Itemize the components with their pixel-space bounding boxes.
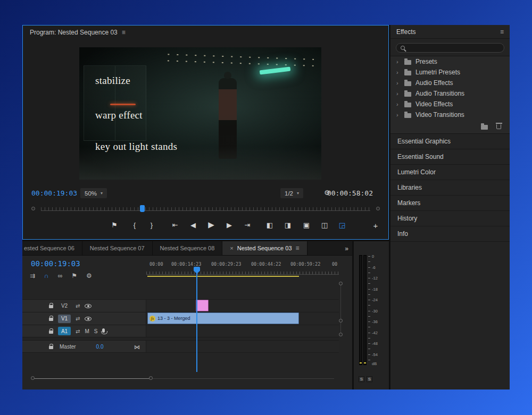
tree-item-presets[interactable]: › Presets — [390, 56, 510, 67]
zoom-level-select[interactable]: 50% ▾ — [80, 188, 107, 198]
chevron-right-icon[interactable]: › — [396, 101, 400, 107]
sync-lock-icon[interactable]: ⇄ — [76, 303, 80, 309]
tab-nested-sequence-07[interactable]: Nested Sequence 07 — [82, 241, 153, 255]
mark-out-button[interactable]: } — [145, 221, 158, 229]
panel-menu-icon[interactable]: ≡ — [296, 244, 300, 252]
panel-menu-icon[interactable]: ≡ — [122, 29, 126, 36]
comparison-view-button[interactable]: ◫ — [318, 221, 331, 229]
track-target-v2[interactable]: V2 — [58, 302, 71, 310]
add-marker-button[interactable]: ⚑ — [108, 221, 121, 229]
step-back-button[interactable]: ◀ — [187, 221, 200, 229]
tree-item-video-effects[interactable]: › Video Effects — [390, 99, 510, 109]
track-lane-a1[interactable] — [146, 325, 339, 337]
hscroll-thumb[interactable] — [33, 378, 151, 379]
effects-search-box[interactable] — [396, 43, 504, 53]
nest-toggle-icon[interactable]: ⇉ — [30, 272, 35, 280]
go-to-in-button[interactable]: ⇤ — [169, 221, 181, 229]
tree-item-audio-transitions[interactable]: › Audio Transitions — [390, 88, 510, 99]
track-output-eye-icon[interactable] — [85, 304, 92, 308]
scrub-zoom-handle-right[interactable] — [376, 207, 380, 210]
chevron-right-icon[interactable]: › — [396, 90, 400, 97]
timeline-horizontal-scrollbar[interactable] — [31, 376, 334, 380]
timeline-vertical-scrollbar[interactable] — [340, 285, 341, 336]
scrub-zoom-handle-left[interactable] — [31, 207, 35, 210]
button-editor-button[interactable]: + — [370, 221, 381, 230]
track-lock-icon[interactable] — [49, 318, 53, 321]
track-output-eye-icon[interactable] — [85, 317, 92, 321]
panel-tab-essential-graphics[interactable]: Essential Graphics — [390, 134, 510, 149]
extract-button[interactable]: ◨ — [281, 221, 294, 229]
solo-right-button[interactable]: S — [367, 376, 372, 382]
monitor-playhead[interactable] — [140, 205, 145, 212]
master-volume-value[interactable]: 0.0 — [96, 344, 104, 350]
track-lane-master[interactable] — [146, 341, 339, 352]
tab-nested-sequence-06[interactable]: ested Sequence 06 — [22, 241, 82, 255]
chevron-right-icon[interactable]: › — [396, 112, 400, 118]
close-icon[interactable]: × — [230, 245, 233, 251]
vscroll-handle[interactable] — [339, 319, 343, 323]
tab-nested-sequence-08[interactable]: Nested Sequence 08 — [153, 241, 223, 255]
step-forward-button[interactable]: ▶ — [223, 221, 236, 229]
panel-menu-icon[interactable]: ≡ — [500, 28, 504, 36]
solo-button[interactable]: S — [94, 328, 98, 334]
hscroll-handle-right[interactable] — [149, 376, 153, 380]
new-custom-bin-icon[interactable] — [481, 125, 488, 130]
track-lock-icon[interactable] — [49, 305, 53, 308]
tab-overflow-chevron[interactable]: » — [345, 241, 348, 256]
timeline-settings-icon[interactable]: ⚙ — [86, 272, 92, 280]
track-header-v1: V1 ⇄ — [22, 312, 146, 325]
linked-selection-icon[interactable]: ∞ — [58, 272, 63, 280]
program-video-canvas[interactable]: stabilize warp effect key out light stan… — [79, 47, 321, 180]
solo-left-button[interactable]: S — [359, 376, 364, 382]
track-target-v1[interactable]: V1 — [58, 315, 71, 323]
delete-bin-icon[interactable] — [496, 124, 501, 129]
panel-tab-history[interactable]: History — [390, 211, 510, 226]
sync-lock-icon[interactable]: ⇄ — [76, 328, 80, 334]
add-marker-icon[interactable]: ⚑ — [71, 272, 77, 280]
effects-search-input[interactable] — [408, 45, 500, 51]
clip-merged-v1[interactable]: fx 13 - 3 - Merged — [147, 312, 299, 324]
track-lane-v2[interactable] — [146, 300, 339, 312]
panel-tab-info[interactable]: Info — [390, 226, 510, 242]
chevron-right-icon[interactable]: › — [396, 58, 400, 65]
chevron-right-icon[interactable]: › — [396, 80, 400, 86]
vscroll-handle[interactable] — [339, 282, 343, 285]
panel-tab-essential-sound[interactable]: Essential Sound — [390, 149, 510, 165]
track-lock-icon[interactable] — [49, 331, 53, 334]
premiere-window: Program: Nested Sequence 03 ≡ stabilize … — [22, 25, 510, 389]
tree-item-lumetri-presets[interactable]: › Lumetri Presets — [390, 67, 510, 78]
playback-resolution-select[interactable]: 1/2 ▾ — [280, 188, 303, 198]
go-to-out-button[interactable]: ⇥ — [241, 221, 254, 229]
panel-tab-markers[interactable]: Markers — [390, 196, 510, 211]
tree-item-video-transitions[interactable]: › Video Transitions — [390, 109, 510, 120]
track-target-a1[interactable]: A1 — [58, 327, 71, 335]
tree-item-audio-effects[interactable]: › Audio Effects — [390, 78, 510, 88]
folder-icon — [404, 71, 411, 75]
export-frame-button[interactable]: ▣ — [300, 221, 313, 229]
current-timecode[interactable]: 00:00:19:03 — [31, 189, 77, 197]
sync-lock-icon[interactable]: ⇄ — [76, 316, 80, 321]
program-panel-title: Program: Nested Sequence 03 — [30, 29, 118, 36]
mark-in-button[interactable]: { — [128, 221, 141, 229]
snap-magnet-icon[interactable]: ∩ — [44, 272, 49, 280]
tab-nested-sequence-03[interactable]: × Nested Sequence 03 ≡ — [222, 241, 307, 255]
track-lock-icon[interactable] — [49, 346, 53, 349]
timeline-current-timecode[interactable]: 00:00:19:03 — [31, 259, 80, 268]
vscroll-handle[interactable] — [339, 333, 343, 336]
meter-scale-label: -42 — [372, 331, 378, 335]
mute-button[interactable]: M — [85, 328, 89, 334]
drag-video-only-button[interactable]: ◲ — [336, 221, 348, 229]
timeline-ruler[interactable]: 00:00 00:00:14:23 00:00:29:23 00:00:44:2… — [146, 261, 339, 277]
monitor-mini-timeline[interactable] — [41, 205, 370, 211]
play-button[interactable]: ▶ — [205, 220, 218, 230]
panel-tab-lumetri-color[interactable]: Lumetri Color — [390, 165, 510, 180]
clip-graphic-v2[interactable] — [196, 300, 209, 311]
timeline-playhead-line[interactable] — [196, 273, 197, 372]
lift-button[interactable]: ◧ — [263, 221, 276, 229]
pan-bowtie-icon[interactable]: ⋈ — [134, 344, 140, 351]
panel-tab-libraries[interactable]: Libraries — [390, 180, 510, 196]
timeline-toolbar: ⇉ ∩ ∞ ⚑ ⚙ — [30, 272, 92, 280]
voiceover-mic-icon[interactable] — [102, 328, 105, 333]
hscroll-handle-left[interactable] — [31, 376, 35, 380]
chevron-right-icon[interactable]: › — [396, 69, 400, 75]
